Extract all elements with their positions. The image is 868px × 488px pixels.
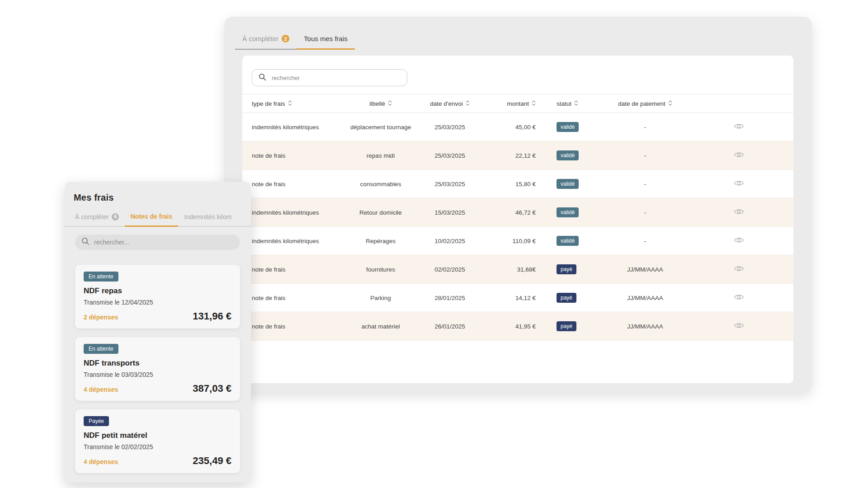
mes-frais-tabs: À compléter 4 Notes de frais Indemnités … [65, 213, 251, 227]
cell-date-envoi: 10/02/2025 [434, 238, 465, 244]
column-header[interactable]: type de frais [252, 100, 292, 108]
eye-icon [734, 265, 744, 273]
cell-date-envoi: 26/01/2025 [434, 323, 465, 330]
column-header[interactable]: date d'envoi [430, 100, 469, 108]
view-expense-button[interactable] [734, 180, 744, 188]
page-title: Mes frais [74, 192, 251, 203]
cell-type-de-frais: indemnités kilométriques [252, 209, 319, 216]
search-input[interactable] [272, 75, 401, 81]
cell-libelle: déplacement tournage [350, 124, 411, 131]
cell-montant: 31,68€ [517, 266, 536, 273]
status-badge: validé [557, 179, 579, 189]
cell-type-de-frais: indemnités kilométriques [252, 238, 319, 244]
expense-card[interactable]: En attente NDF transports Transmise le 0… [75, 337, 240, 401]
card-expense-count: 2 dépenses [84, 314, 118, 321]
mes-frais-panel: Mes frais À compléter 4 Notes de frais I… [65, 182, 251, 483]
view-expense-button[interactable] [734, 208, 744, 216]
column-header-label: date de paiement [618, 100, 665, 107]
table-body: indemnités kilométriques déplacement tou… [242, 113, 793, 341]
sort-icon [668, 100, 672, 108]
cell-libelle: achat matériel [362, 323, 400, 330]
table-header: type de frais libellé date d'envoi monta… [242, 94, 793, 113]
tab-indemnites-label: Indemnités kilom [184, 213, 231, 221]
tab-tous-mes-frais[interactable]: Tous mes frais [297, 35, 355, 50]
search-input[interactable] [94, 239, 234, 246]
view-expense-button[interactable] [734, 123, 744, 131]
eye-icon [734, 208, 744, 216]
cell-type-de-frais: note de frais [252, 295, 285, 301]
expenses-tabs: À compléter 2 Tous mes frais [235, 35, 812, 50]
cell-montant: 110,09 € [512, 238, 536, 244]
table-row[interactable]: note de frais consommables 25/03/2025 15… [242, 170, 793, 198]
card-amount: 235,49 € [193, 455, 231, 467]
cell-montant: 46,72 € [515, 209, 536, 216]
column-header-label: date d'envoi [430, 100, 462, 107]
cell-type-de-frais: note de frais [252, 181, 285, 188]
status-badge: validé [557, 207, 579, 217]
cell-date-paiement: - [644, 209, 646, 216]
cell-libelle: Parking [370, 295, 391, 301]
cell-montant: 45,00 € [515, 124, 536, 131]
cell-libelle: fournitures [366, 266, 395, 273]
card-amount: 387,03 € [193, 383, 231, 394]
status-badge: Payée [84, 416, 109, 426]
column-header-label: libellé [369, 100, 385, 107]
column-header[interactable]: montant [507, 100, 536, 108]
table-row[interactable]: note de frais fournitures 02/02/2025 31,… [242, 255, 793, 284]
sort-icon [466, 100, 470, 108]
cell-date-paiement: - [644, 124, 646, 131]
cell-date-paiement: - [644, 181, 646, 188]
app-screen: À compléter 2 Tous mes frais type de fra… [0, 0, 868, 488]
tab-notes-de-frais[interactable]: Notes de frais [125, 213, 179, 227]
tab-indemnites-kilometriques[interactable]: Indemnités kilom [178, 213, 237, 226]
tab-a-completer-label: À compléter [242, 35, 278, 42]
view-expense-button[interactable] [734, 151, 744, 160]
eye-icon [734, 151, 744, 160]
card-expense-count: 4 dépenses [84, 458, 118, 465]
cell-date-envoi: 28/01/2025 [434, 295, 465, 301]
cell-type-de-frais: note de frais [252, 323, 285, 330]
table-row[interactable]: indemnités kilométriques déplacement tou… [242, 113, 793, 141]
cell-date-paiement: JJ/MM/AAAA [627, 295, 663, 301]
tab-a-completer-mini-label: À compléter [75, 213, 109, 221]
status-badge: payé [557, 293, 576, 303]
eye-icon [734, 180, 744, 188]
cell-libelle: Retour domicile [359, 209, 402, 216]
view-expense-button[interactable] [734, 322, 744, 330]
table-row[interactable]: note de frais Parking 28/01/2025 14,12 €… [242, 284, 793, 312]
cell-montant: 15,80 € [515, 181, 536, 188]
eye-icon [734, 322, 744, 330]
status-badge: payé [557, 321, 576, 331]
cell-libelle: consommables [360, 181, 401, 188]
cell-date-paiement: JJ/MM/AAAA [627, 323, 663, 330]
table-row[interactable]: note de frais achat matériel 26/01/2025 … [242, 312, 793, 341]
card-amount: 131,96 € [193, 310, 231, 322]
cell-date-envoi: 15/03/2025 [434, 209, 465, 216]
table-row[interactable]: indemnités kilométriques Retour domicile… [242, 198, 793, 227]
column-header[interactable]: date de paiement [618, 100, 672, 108]
cell-type-de-frais: indemnités kilométriques [252, 124, 319, 131]
status-badge: validé [557, 122, 579, 132]
table-row[interactable]: note de frais repas midi 25/03/2025 22,1… [242, 141, 793, 170]
search-icon [81, 237, 90, 247]
expense-card[interactable]: Payée NDF petit matérel Transmise le 02/… [75, 409, 240, 473]
expense-card[interactable]: En attente NDF repas Transmise le 12/04/… [75, 265, 240, 328]
column-header[interactable]: libellé [369, 100, 392, 108]
cell-date-envoi: 25/03/2025 [434, 181, 465, 188]
cell-type-de-frais: note de frais [252, 266, 285, 273]
card-title: NDF transports [84, 359, 231, 368]
tab-a-completer-mini[interactable]: À compléter 4 [69, 213, 125, 226]
cell-date-envoi: 25/03/2025 [434, 124, 465, 131]
column-header-label: montant [507, 100, 529, 107]
view-expense-button[interactable] [734, 237, 744, 245]
eye-icon [734, 294, 744, 302]
cell-date-envoi: 25/03/2025 [434, 152, 465, 159]
table-search [252, 69, 407, 86]
view-expense-button[interactable] [734, 265, 744, 273]
notification-badge: 2 [282, 35, 289, 42]
table-row[interactable]: indemnités kilométriques Repérages 10/02… [242, 227, 793, 255]
view-expense-button[interactable] [734, 294, 744, 302]
column-header[interactable]: statut [557, 100, 578, 108]
tab-a-completer[interactable]: À compléter 2 [235, 35, 297, 50]
card-transmitted-date: Transmise le 03/03/2025 [84, 371, 231, 378]
